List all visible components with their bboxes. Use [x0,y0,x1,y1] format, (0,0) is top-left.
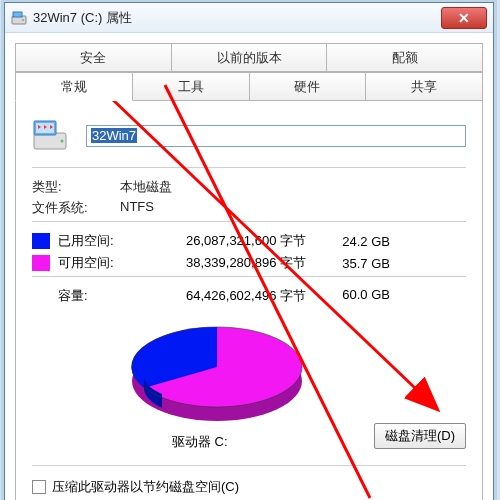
capacity-row: 容量: 64,426,602,496 字节 60.0 GB [32,287,466,305]
capacity-bytes: 64,426,602,496 字节 [134,287,320,305]
titlebar[interactable]: 32Win7 (C:) 属性 ✕ [5,3,493,33]
tab-security[interactable]: 安全 [15,43,172,72]
pie-chart-area: 驱动器 C: 磁盘清理(D) [32,311,466,461]
pie-chart [122,311,312,431]
used-swatch [32,233,50,249]
used-gb: 24.2 GB [320,234,390,249]
used-space-row: 已用空间: 26,087,321,600 字节 24.2 GB [32,232,466,250]
separator [32,276,466,277]
drive-name-input[interactable]: 32Win7 [86,125,466,147]
type-value: 本地磁盘 [120,178,466,196]
compress-row: 压缩此驱动器以节约磁盘空间(C) [32,478,466,496]
drive-caption: 驱动器 C: [172,433,228,451]
used-label: 已用空间: [58,232,134,250]
capacity-label: 容量: [32,287,134,305]
free-swatch [32,255,50,271]
separator [32,465,466,466]
drive-icon [11,10,27,26]
drive-name-text: 32Win7 [91,128,137,143]
capacity-gb: 60.0 GB [320,287,390,305]
svg-point-2 [22,19,24,21]
properties-window: 32Win7 (C:) 属性 ✕ 安全 以前的版本 配额 常规 工具 硬件 共享… [4,2,494,500]
type-label: 类型: [32,178,120,196]
compress-label: 压缩此驱动器以节约磁盘空间(C) [52,478,239,496]
tab-quota[interactable]: 配额 [326,43,483,72]
close-icon: ✕ [458,10,470,26]
drive-large-icon [32,119,68,153]
dialog-body: 安全 以前的版本 配额 常规 工具 硬件 共享 32Win7 类型:本地磁盘 文… [5,33,493,500]
tab-row-bottom: 常规 工具 硬件 共享 [15,72,483,101]
close-button[interactable]: ✕ [441,7,487,29]
compress-checkbox[interactable] [32,480,46,494]
disk-cleanup-button[interactable]: 磁盘清理(D) [374,423,466,449]
tab-general[interactable]: 常规 [15,72,133,101]
free-gb: 35.7 GB [320,256,390,271]
tab-row-top: 安全 以前的版本 配额 [15,43,483,72]
general-panel: 32Win7 类型:本地磁盘 文件系统:NTFS 已用空间: 26,087,32… [15,101,483,500]
free-space-row: 可用空间: 38,339,280,896 字节 35.7 GB [32,254,466,272]
free-label: 可用空间: [58,254,134,272]
tab-previous-versions[interactable]: 以前的版本 [171,43,328,72]
free-bytes: 38,339,280,896 字节 [134,254,320,272]
filesystem-value: NTFS [120,199,466,217]
filesystem-label: 文件系统: [32,199,120,217]
svg-rect-1 [13,12,22,17]
svg-point-6 [61,140,64,143]
separator [32,221,466,222]
tab-sharing[interactable]: 共享 [365,72,483,101]
window-title: 32Win7 (C:) 属性 [33,9,441,27]
tab-tools[interactable]: 工具 [132,72,250,101]
used-bytes: 26,087,321,600 字节 [134,232,320,250]
tab-hardware[interactable]: 硬件 [249,72,367,101]
separator [32,167,466,168]
